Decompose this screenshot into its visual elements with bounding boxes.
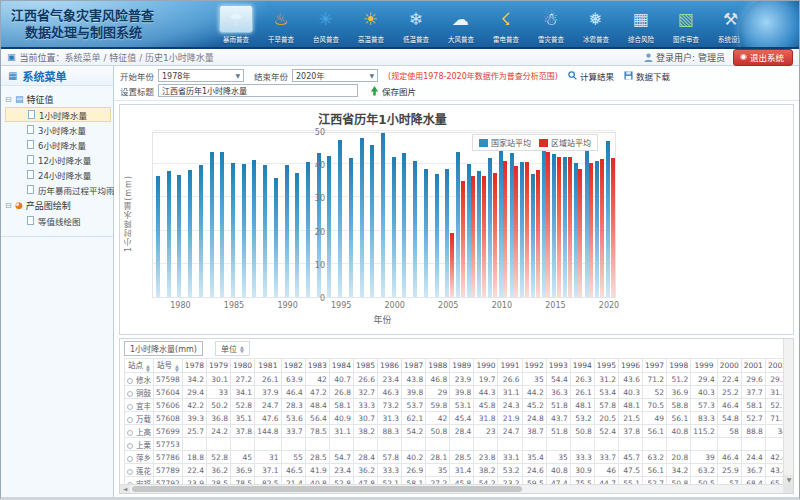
toolbar-item-risk-calc[interactable]: ▦综合风险: [618, 3, 663, 44]
bar-regional-2005[interactable]: [450, 233, 454, 297]
bar-national-1993[interactable]: [317, 153, 321, 297]
bar-regional-2017[interactable]: [578, 169, 582, 297]
bar-national-1991[interactable]: [295, 173, 299, 298]
bar-national-1986[interactable]: [242, 164, 246, 297]
scroll-down-icon[interactable]: ▼: [784, 475, 794, 484]
bar-national-1981[interactable]: [188, 170, 192, 297]
scrollbar-thumb[interactable]: [132, 486, 522, 492]
bar-national-1999[interactable]: [381, 133, 385, 297]
expander-icon[interactable]: ⊟: [5, 201, 15, 210]
bar-national-2008[interactable]: [477, 171, 481, 297]
start-year-select[interactable]: 1978年▼: [158, 69, 244, 82]
toolbar-item-heat[interactable]: ☀高温普查: [348, 3, 393, 44]
bar-national-1994[interactable]: [327, 156, 331, 297]
toolbar-item-hail[interactable]: ❅冰雹普查: [573, 3, 618, 44]
bar-national-1987[interactable]: [252, 160, 256, 297]
bar-national-1983[interactable]: [210, 152, 214, 297]
bar-regional-2012[interactable]: [525, 162, 529, 297]
bar-national-2002[interactable]: [413, 161, 417, 297]
bar-national-2005[interactable]: [445, 169, 449, 297]
save-image-button[interactable]: 保存图片: [370, 85, 416, 97]
bar-national-2000[interactable]: [392, 157, 396, 297]
bar-national-1978[interactable]: [156, 176, 160, 297]
bar-regional-2011[interactable]: [514, 166, 518, 297]
bar-regional-2010[interactable]: [503, 161, 507, 297]
chart-title-input[interactable]: 江西省历年1小时降水量: [158, 84, 358, 97]
table-row[interactable]: 修水5759834.230.127.226.163.94240.726.623.…: [125, 373, 795, 386]
bar-regional-2013[interactable]: [536, 170, 540, 297]
toolbar-item-drought[interactable]: ♨干旱普查: [258, 3, 303, 44]
bar-national-1989[interactable]: [274, 178, 278, 297]
bar-national-2010[interactable]: [499, 151, 503, 297]
toolbar-item-snow[interactable]: ☃雪灾普查: [528, 3, 573, 44]
logout-button[interactable]: ◉ 退出系统: [733, 49, 793, 66]
bar-regional-2014[interactable]: [546, 152, 550, 297]
bar-national-2003[interactable]: [424, 169, 428, 297]
bar-national-1985[interactable]: [231, 163, 235, 297]
bar-national-1982[interactable]: [199, 165, 203, 297]
row-radio[interactable]: [127, 391, 133, 397]
toolbar-item-lightning[interactable]: ☇雷电普查: [483, 3, 528, 44]
table-row[interactable]: 铜鼓5760429.43334.137.946.447.226.832.746.…: [125, 386, 795, 399]
bar-regional-2007[interactable]: [471, 176, 475, 298]
bar-national-1980[interactable]: [177, 175, 181, 297]
bar-national-2006[interactable]: [456, 152, 460, 297]
unit-sort-header[interactable]: 单位 ▲▼: [215, 341, 250, 356]
column-header[interactable]: 站点▲▼: [125, 359, 154, 373]
table-row[interactable]: 宜丰5760642.250.252.824.728.348.458.133.37…: [125, 399, 795, 412]
scroll-left-icon[interactable]: ◄: [120, 485, 130, 493]
sidebar-item-0-2[interactable]: 6小时降水量: [5, 137, 111, 152]
download-button[interactable]: 数据下载: [624, 70, 670, 82]
table-row[interactable]: 万载5760839.336.835.147.653.656.440.930.73…: [125, 412, 795, 425]
row-radio[interactable]: [127, 404, 133, 410]
toolbar-item-map-review[interactable]: ▧图件审查: [663, 3, 708, 44]
row-radio[interactable]: [127, 456, 133, 462]
bar-regional-2009[interactable]: [493, 173, 497, 298]
bar-national-2020[interactable]: [606, 141, 610, 297]
sidebar-item-0-3[interactable]: 12小时降水量: [5, 152, 111, 167]
bar-national-2017[interactable]: [574, 163, 578, 297]
bar-regional-2006[interactable]: [461, 181, 465, 297]
breadcrumb[interactable]: 系统菜单 / 特征值 / 历史1小时降水量: [65, 51, 214, 64]
vertical-scrollbar[interactable]: ▼: [783, 339, 793, 484]
calculate-button[interactable]: 计算结果: [568, 70, 614, 82]
bar-national-2009[interactable]: [488, 158, 492, 297]
bar-national-1995[interactable]: [338, 140, 342, 297]
toolbar-item-typhoon[interactable]: ✳台风普查: [303, 3, 348, 44]
tree-group-1[interactable]: ⊟◕产品图绘制: [5, 197, 111, 213]
sidebar-item-0-4[interactable]: 24小时降水量: [5, 167, 111, 182]
toolbar-item-rain[interactable]: ☂暴雨普查: [213, 3, 258, 44]
bar-national-1996[interactable]: [349, 158, 353, 297]
row-radio[interactable]: [127, 443, 133, 449]
row-radio[interactable]: [127, 430, 133, 436]
bar-national-1998[interactable]: [370, 145, 374, 297]
bar-national-2013[interactable]: [531, 174, 535, 298]
bar-national-2004[interactable]: [435, 174, 439, 298]
bar-regional-2019[interactable]: [600, 159, 604, 297]
table-row[interactable]: 萍乡5778618.852.845315528.554.728.457.840.…: [125, 451, 795, 464]
row-radio[interactable]: [127, 469, 133, 475]
table-row[interactable]: 莲花5778922.436.236.937.146.541.923.436.23…: [125, 464, 795, 477]
row-radio[interactable]: [127, 378, 133, 384]
row-radio[interactable]: [127, 417, 133, 423]
table-row[interactable]: 上高5769925.724.237.8144.833.778.531.138.2…: [125, 425, 795, 438]
sidebar-item-0-1[interactable]: 3小时降水量: [5, 122, 111, 137]
bar-regional-2008[interactable]: [482, 176, 486, 297]
bar-national-2018[interactable]: [585, 148, 589, 297]
bar-regional-2020[interactable]: [611, 158, 615, 297]
toolbar-item-wind[interactable]: ☁大风普查: [438, 3, 483, 44]
bar-national-2012[interactable]: [520, 162, 524, 297]
horizontal-scrollbar[interactable]: ◄: [120, 484, 783, 493]
bar-national-2015[interactable]: [552, 154, 556, 297]
table-row[interactable]: 上栗57753: [125, 438, 795, 451]
column-header[interactable]: 站号▲▼: [154, 359, 183, 373]
bar-national-1997[interactable]: [360, 138, 364, 297]
bar-national-2001[interactable]: [402, 153, 406, 297]
bar-national-2007[interactable]: [467, 164, 471, 297]
tree-group-0[interactable]: ⊟▤特征值: [5, 91, 111, 107]
bar-national-1990[interactable]: [285, 165, 289, 297]
bar-national-2019[interactable]: [595, 161, 599, 297]
bar-national-2014[interactable]: [542, 143, 546, 297]
toolbar-item-cold[interactable]: ❄低温普查: [393, 3, 438, 44]
sidebar-item-1-0[interactable]: 等值线绘图: [5, 213, 111, 228]
